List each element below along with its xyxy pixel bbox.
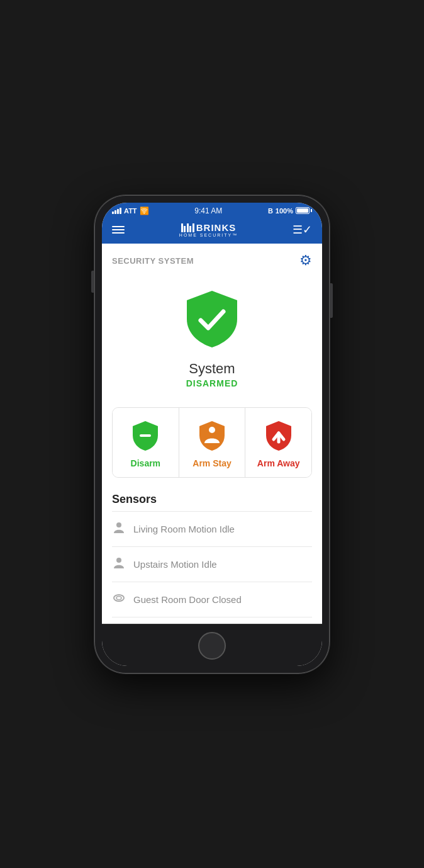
svg-point-5 — [116, 597, 121, 600]
svg-point-2 — [116, 522, 121, 527]
battery-percent-label: 100% — [276, 207, 293, 215]
brinks-bars-icon — [181, 223, 194, 232]
svg-point-1 — [209, 427, 215, 433]
settings-gear-icon[interactable]: ⚙ — [299, 252, 312, 269]
status-left: ATT 🛜 — [112, 206, 149, 215]
sensor-guest-room-label: Guest Room Door Closed — [133, 594, 242, 605]
wifi-icon: 🛜 — [140, 206, 149, 215]
brinks-logo: BRINKS HOME SECURITY™ — [179, 223, 238, 238]
system-status-label: DISARMED — [186, 378, 238, 388]
section-header: SECURITY SYSTEM ⚙ — [102, 244, 322, 275]
system-label: System — [189, 361, 235, 377]
disarm-label: Disarm — [131, 458, 160, 468]
hamburger-menu-icon[interactable] — [112, 226, 125, 234]
svg-rect-0 — [140, 434, 151, 437]
time-label: 9:41 AM — [194, 206, 222, 215]
arm-stay-button[interactable]: Arm Stay — [179, 408, 246, 477]
section-title-label: SECURITY SYSTEM — [112, 256, 194, 266]
home-button[interactable] — [198, 632, 226, 660]
battery-icon — [296, 207, 312, 214]
nav-checklist-icon[interactable]: ☰✓ — [293, 223, 312, 237]
status-bar: ATT 🛜 9:41 AM B 100% — [102, 203, 322, 218]
disarm-shield-icon — [129, 419, 162, 452]
sensor-upstairs-motion: Upstairs Motion Idle — [112, 546, 312, 582]
disarm-button[interactable]: Disarm — [113, 408, 179, 477]
tag-icon — [112, 591, 126, 608]
sensor-living-room-label: Living Room Motion Idle — [133, 524, 235, 534]
sensor-upstairs-label: Upstairs Motion Idle — [133, 559, 217, 570]
sensor-living-room-motion: Living Room Motion Idle — [112, 511, 312, 546]
arm-stay-shield-icon — [196, 419, 228, 452]
person-icon — [112, 521, 126, 538]
bluetooth-icon: B — [268, 207, 273, 215]
sensors-title: Sensors — [112, 493, 312, 506]
main-content: SECURITY SYSTEM ⚙ System DISARMED — [102, 244, 322, 624]
svg-point-4 — [114, 595, 124, 601]
sensor-front-door: Front Door Closed — [112, 617, 312, 624]
logo-sub-label: HOME SECURITY™ — [179, 233, 238, 237]
shield-area: System DISARMED — [102, 275, 322, 407]
shield-icon — [181, 288, 243, 351]
status-right: B 100% — [268, 207, 312, 215]
sensor-guest-room-door: Guest Room Door Closed — [112, 582, 312, 617]
signal-icon — [112, 208, 121, 214]
arm-away-button[interactable]: Arm Away — [245, 408, 311, 477]
arm-away-shield-icon — [262, 419, 295, 452]
arm-stay-label: Arm Stay — [192, 458, 231, 468]
action-buttons-row: Disarm Arm Stay — [112, 407, 312, 478]
nav-bar: BRINKS HOME SECURITY™ ☰✓ — [102, 218, 322, 244]
phone-screen: ATT 🛜 9:41 AM B 100% — [102, 203, 322, 666]
person-icon-2 — [112, 556, 126, 573]
phone-device: ATT 🛜 9:41 AM B 100% — [94, 195, 330, 674]
logo-name-label: BRINKS — [196, 223, 237, 234]
svg-point-3 — [116, 558, 121, 563]
carrier-label: ATT — [124, 207, 137, 215]
home-button-area — [102, 624, 322, 666]
arm-away-label: Arm Away — [257, 458, 300, 468]
sensors-section: Sensors Living Room Motion Idle — [102, 493, 322, 624]
